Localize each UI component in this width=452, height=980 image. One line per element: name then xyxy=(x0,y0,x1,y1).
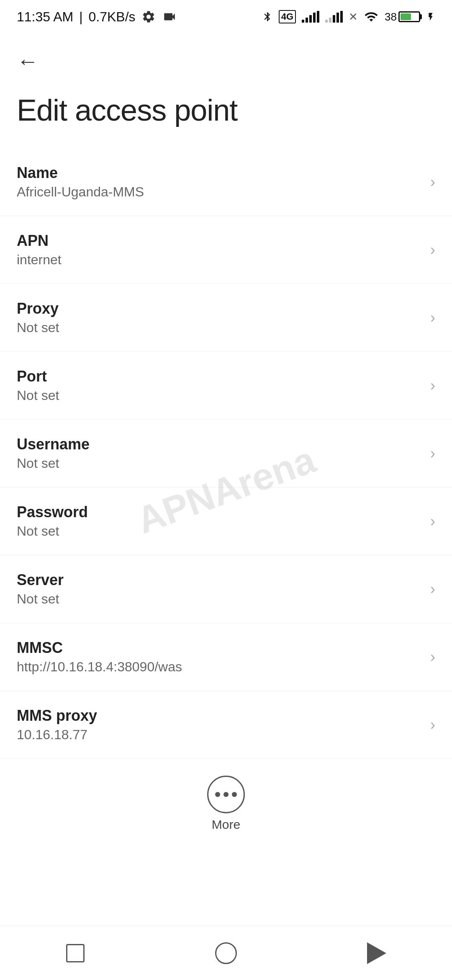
charging-icon xyxy=(426,10,435,24)
status-bar: 11:35 AM | 0.7KB/s 4G xyxy=(0,0,452,34)
field-mms-proxy-value: 10.16.18.77 xyxy=(17,727,422,743)
chevron-apn: › xyxy=(430,241,435,259)
field-proxy-value: Not set xyxy=(17,320,422,335)
battery-indicator: 38 xyxy=(385,10,420,23)
signal-bars-1 xyxy=(302,11,319,23)
field-password-content: Password Not set xyxy=(17,503,422,539)
more-dot-1 xyxy=(215,792,220,797)
field-apn-value: internet xyxy=(17,252,422,268)
chevron-mmsc: › xyxy=(430,648,435,666)
chevron-name: › xyxy=(430,173,435,191)
field-server-value: Not set xyxy=(17,591,422,607)
field-username-value: Not set xyxy=(17,456,422,471)
field-mmsc[interactable]: MMSC http://10.16.18.4:38090/was › xyxy=(0,623,452,691)
video-icon xyxy=(162,10,177,24)
field-port-value: Not set xyxy=(17,388,422,403)
nav-back-button[interactable] xyxy=(352,936,402,970)
field-username-content: Username Not set xyxy=(17,436,422,471)
status-right: 4G ✕ 38 xyxy=(262,10,435,24)
battery-box xyxy=(398,11,420,22)
field-name[interactable]: Name Africell-Uganda-MMS › xyxy=(0,148,452,216)
field-mms-proxy-label: MMS proxy xyxy=(17,707,422,725)
field-proxy[interactable]: Proxy Not set › xyxy=(0,284,452,352)
field-port[interactable]: Port Not set › xyxy=(0,352,452,420)
speed-separator: | xyxy=(79,9,82,25)
time-label: 11:35 AM xyxy=(17,9,73,25)
field-apn-label: APN xyxy=(17,232,422,250)
4g-badge: 4G xyxy=(279,10,296,23)
home-icon xyxy=(215,942,237,964)
no-signal-icon: ✕ xyxy=(349,10,358,23)
field-name-label: Name xyxy=(17,164,422,182)
back-arrow-icon: ← xyxy=(17,49,39,73)
field-port-label: Port xyxy=(17,368,422,385)
battery-fill xyxy=(401,13,411,20)
field-username[interactable]: Username Not set › xyxy=(0,420,452,487)
field-port-content: Port Not set xyxy=(17,368,422,403)
recent-apps-icon xyxy=(66,944,85,962)
more-icon-circle xyxy=(207,776,245,813)
field-apn[interactable]: APN internet › xyxy=(0,216,452,284)
more-dots xyxy=(215,792,237,797)
chevron-username: › xyxy=(430,445,435,462)
signal-bars-2 xyxy=(325,11,343,23)
more-section[interactable]: More xyxy=(0,759,452,840)
field-username-label: Username xyxy=(17,436,422,453)
more-dot-3 xyxy=(232,792,237,797)
back-icon xyxy=(367,942,386,964)
field-mmsc-label: MMSC xyxy=(17,639,422,657)
field-password-label: Password xyxy=(17,503,422,521)
wifi-icon xyxy=(364,10,379,24)
status-left: 11:35 AM | 0.7KB/s xyxy=(17,9,177,25)
nav-home-button[interactable] xyxy=(201,936,251,970)
settings-icon xyxy=(141,10,156,24)
field-mmsc-content: MMSC http://10.16.18.4:38090/was xyxy=(17,639,422,675)
back-button[interactable]: ← xyxy=(0,34,452,80)
bottom-nav xyxy=(0,926,452,980)
field-mms-proxy[interactable]: MMS proxy 10.16.18.77 › xyxy=(0,691,452,759)
field-server-content: Server Not set xyxy=(17,571,422,607)
settings-list: Name Africell-Uganda-MMS › APN internet … xyxy=(0,148,452,759)
more-dot-2 xyxy=(223,792,229,797)
nav-recent-button[interactable] xyxy=(50,936,100,970)
chevron-mms-proxy: › xyxy=(430,716,435,734)
field-server[interactable]: Server Not set › xyxy=(0,555,452,623)
network-speed: 0.7KB/s xyxy=(89,9,136,25)
field-proxy-label: Proxy xyxy=(17,300,422,317)
field-password-value: Not set xyxy=(17,524,422,539)
chevron-password: › xyxy=(430,513,435,530)
chevron-server: › xyxy=(430,580,435,598)
page-title: Edit access point xyxy=(0,80,452,148)
field-password[interactable]: Password Not set › xyxy=(0,487,452,555)
chevron-port: › xyxy=(430,377,435,395)
chevron-proxy: › xyxy=(430,309,435,327)
more-label: More xyxy=(212,818,240,832)
bluetooth-icon xyxy=(262,10,273,24)
field-name-content: Name Africell-Uganda-MMS xyxy=(17,164,422,200)
field-server-label: Server xyxy=(17,571,422,589)
field-proxy-content: Proxy Not set xyxy=(17,300,422,335)
field-apn-content: APN internet xyxy=(17,232,422,268)
field-mmsc-value: http://10.16.18.4:38090/was xyxy=(17,659,422,675)
field-name-value: Africell-Uganda-MMS xyxy=(17,184,422,200)
field-mms-proxy-content: MMS proxy 10.16.18.77 xyxy=(17,707,422,743)
